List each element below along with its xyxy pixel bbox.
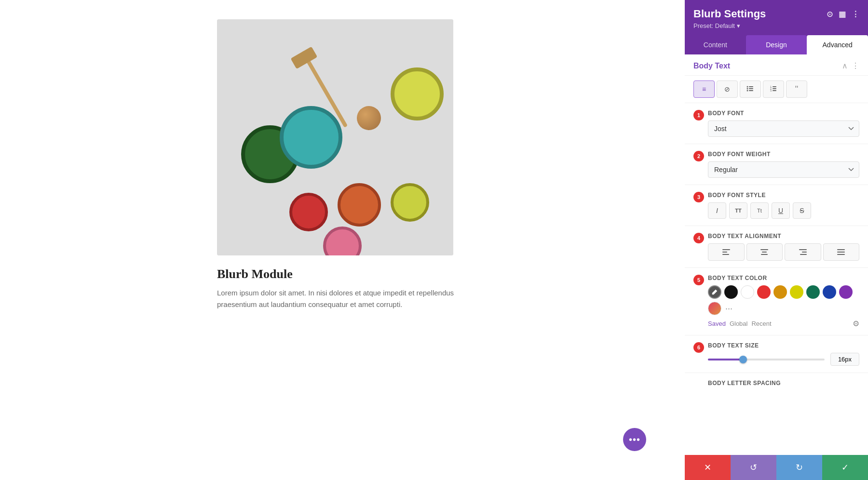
color-swatch-gradient[interactable]: [708, 302, 721, 315]
step-badge-3: 3: [693, 192, 704, 202]
settings-panel: Blurb Settings ⊙ ▦ ⋮ Preset: Default ▾ C…: [685, 0, 868, 480]
svg-rect-11: [773, 90, 776, 91]
body-font-style-label: Body Font Style: [708, 192, 859, 199]
more-colors-btn[interactable]: ···: [725, 304, 732, 314]
color-tab-recent[interactable]: Recent: [751, 320, 771, 327]
body-text-color-row: 5 Body Text Color: [685, 268, 868, 335]
align-right[interactable]: [785, 243, 821, 261]
svg-rect-3: [749, 88, 753, 89]
panel-title-text: Blurb Settings: [693, 8, 766, 20]
section-header: Body Text ∧ ⋮: [685, 54, 868, 76]
save-button[interactable]: ✓: [822, 455, 868, 480]
svg-rect-16: [762, 252, 767, 253]
panel-tabs: Content Design Advanced: [685, 35, 868, 54]
style-capitalize[interactable]: Tt: [750, 202, 769, 219]
svg-rect-1: [749, 86, 753, 87]
reset-button[interactable]: ↺: [731, 455, 776, 480]
color-swatch-active[interactable]: [708, 285, 721, 299]
cancel-button[interactable]: ✕: [685, 455, 731, 480]
color-swatch-red[interactable]: [757, 285, 771, 299]
focus-icon[interactable]: ⊙: [827, 10, 833, 19]
step-7-indicator: [693, 380, 704, 390]
style-uppercase[interactable]: TT: [729, 202, 747, 219]
columns-icon[interactable]: ▦: [839, 10, 846, 19]
format-btn-quote[interactable]: ": [786, 80, 807, 98]
format-btn-ordered[interactable]: 1. 2. 3.: [763, 80, 784, 98]
ordered-list-icon: 1. 2. 3.: [770, 85, 777, 93]
svg-rect-14: [722, 254, 729, 255]
size-slider-thumb[interactable]: [739, 356, 747, 363]
align-center[interactable]: [746, 243, 783, 261]
svg-point-4: [747, 90, 748, 91]
style-underline[interactable]: U: [772, 202, 790, 219]
color-swatch-black[interactable]: [724, 285, 738, 299]
svg-rect-21: [837, 249, 845, 250]
wood-ball: [357, 106, 381, 130]
size-slider-fill: [708, 359, 743, 360]
module-body: Lorem ipsum dolor sit amet. In nisi dolo…: [217, 287, 468, 310]
body-font-weight-row: 2 Body Font Weight Regular Thin Light Me…: [685, 144, 868, 185]
format-btn-list[interactable]: ≡: [693, 80, 715, 98]
yellow-small-circle: [391, 183, 429, 222]
step-badge-6: 6: [693, 342, 704, 353]
svg-text:3.: 3.: [770, 89, 772, 92]
color-swatch-green[interactable]: [806, 285, 820, 299]
body-text-color-content: Body Text Color: [708, 275, 859, 328]
more-icon[interactable]: ⋮: [852, 10, 859, 19]
teal-circle: [280, 106, 342, 169]
svg-rect-19: [802, 252, 807, 253]
size-slider-track[interactable]: [708, 359, 825, 360]
format-btn-clear[interactable]: ⊘: [717, 80, 738, 98]
svg-point-2: [747, 88, 748, 89]
color-swatch-orange[interactable]: [773, 285, 787, 299]
svg-rect-17: [761, 254, 768, 255]
svg-rect-5: [749, 90, 753, 91]
svg-point-0: [747, 86, 748, 87]
panel-preset[interactable]: Preset: Default ▾: [693, 22, 859, 29]
style-buttons: I TT Tt U S: [708, 202, 859, 219]
svg-rect-23: [837, 254, 845, 255]
section-more-icon[interactable]: ⋮: [852, 61, 859, 70]
svg-rect-22: [837, 252, 845, 253]
style-italic[interactable]: I: [708, 202, 726, 219]
color-tab-global[interactable]: Global: [730, 320, 748, 327]
align-left[interactable]: [708, 243, 745, 261]
color-swatch-blue[interactable]: [823, 285, 836, 299]
svg-rect-15: [760, 249, 768, 250]
step-5-badge: 5: [693, 275, 704, 285]
body-font-weight-select[interactable]: Regular Thin Light Medium SemiBold Bold: [708, 161, 859, 178]
step-3-badge: 3: [693, 192, 704, 202]
size-value[interactable]: 16px: [830, 353, 859, 366]
module-title: Blurb Module: [217, 267, 468, 281]
color-swatch-yellow[interactable]: [790, 285, 803, 299]
module-image: [217, 19, 453, 255]
fab-button[interactable]: •••: [623, 428, 646, 451]
color-settings-icon[interactable]: ⚙: [853, 319, 859, 328]
color-tab-saved[interactable]: Saved: [708, 320, 726, 327]
tab-advanced[interactable]: Advanced: [807, 35, 868, 54]
style-strikethrough[interactable]: S: [793, 202, 811, 219]
panel-title-icons: ⊙ ▦ ⋮: [827, 10, 859, 19]
step-6-badge: 6: [693, 342, 704, 353]
orange-circle: [338, 183, 381, 227]
body-font-label: Body Font: [708, 110, 859, 117]
format-btn-unordered[interactable]: [740, 80, 761, 98]
step-1-badge: 1: [693, 110, 704, 120]
collapse-icon[interactable]: ∧: [842, 61, 848, 70]
redo-button[interactable]: ↻: [776, 455, 822, 480]
color-swatch-white[interactable]: [741, 285, 754, 299]
body-text-alignment-label: Body Text Alignment: [708, 233, 859, 240]
step-badge-4: 4: [693, 233, 704, 243]
body-text-alignment-content: Body Text Alignment: [708, 233, 859, 261]
tab-content[interactable]: Content: [685, 35, 746, 54]
step-2-badge: 2: [693, 151, 704, 161]
align-justify[interactable]: [823, 243, 860, 261]
panel-body: Body Text ∧ ⋮ ≡ ⊘: [685, 54, 868, 455]
canvas-area: Blurb Module Lorem ipsum dolor sit amet.…: [0, 0, 685, 480]
color-swatch-purple[interactable]: [839, 285, 853, 299]
body-font-select[interactable]: Jost Roboto Open Sans Lato: [708, 120, 859, 137]
svg-rect-12: [722, 249, 730, 250]
color-swatches: ···: [708, 285, 859, 315]
svg-rect-18: [799, 249, 807, 250]
tab-design[interactable]: Design: [746, 35, 807, 54]
